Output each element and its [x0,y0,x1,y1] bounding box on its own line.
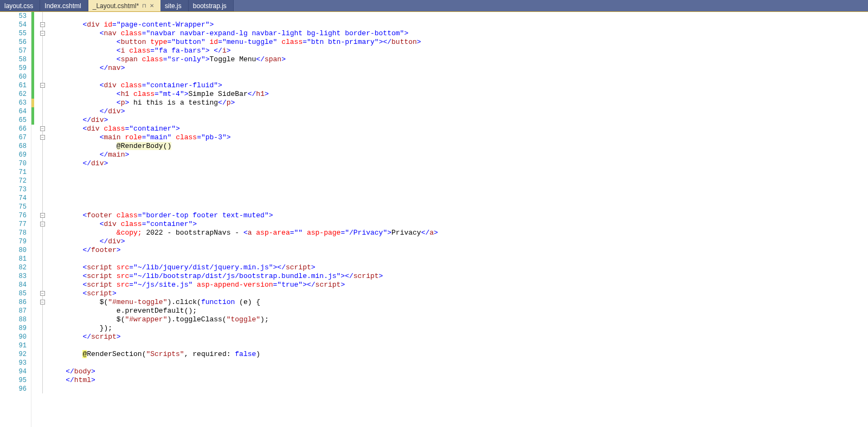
code-line[interactable] [49,194,868,203]
line-number: 54 [0,21,27,29]
line-number: 68 [0,142,27,151]
line-number: 86 [0,298,27,307]
code-line[interactable]: }); [49,324,868,333]
line-number: 60 [0,73,27,81]
code-line[interactable]: <div class="container-fluid"> [49,81,868,90]
line-number: 75 [0,203,27,211]
code-line[interactable]: &copy; 2022 - bootstrapNavs - <a asp-are… [49,229,868,237]
line-number: 80 [0,246,27,255]
fold-toggle-icon[interactable]: − [40,83,45,88]
code-line[interactable] [49,255,868,263]
line-number: 79 [0,237,27,246]
line-number: 90 [0,333,27,341]
line-number: 59 [0,64,27,73]
fold-toggle-icon[interactable]: − [40,126,45,131]
code-line[interactable] [49,73,868,81]
line-number: 82 [0,263,27,272]
code-line[interactable]: </div> [49,159,868,168]
line-number: 81 [0,255,27,263]
line-number: 96 [0,385,27,393]
code-line[interactable]: </nav> [49,64,868,73]
line-number: 66 [0,125,27,133]
code-line[interactable]: <span class="sr-only">Toggle Menu</span> [49,55,868,64]
fold-toggle-icon[interactable]: − [40,222,45,227]
code-line[interactable]: </html> [49,376,868,385]
code-line[interactable]: e.preventDefault(); [49,307,868,315]
line-number: 87 [0,307,27,315]
code-line[interactable]: <script src="~/js/site.js" asp-append-ve… [49,281,868,289]
code-line[interactable]: <button type="button" id="menu-tuggle" c… [49,38,868,47]
line-number: 84 [0,281,27,289]
fold-toggle-icon[interactable]: − [40,22,45,27]
code-content[interactable]: <div id="page-content-Wrapper"> <nav cla… [47,12,868,427]
line-number: 61 [0,81,27,90]
tab-index-cshtml[interactable]: Index.cshtml [40,0,88,11]
tab-site-js[interactable]: site.js [160,0,189,11]
line-number: 55 [0,29,27,38]
fold-toggle-icon[interactable]: − [40,291,45,296]
code-line[interactable]: <script src="~/lib/bootstrap/dist/js/boo… [49,272,868,281]
editor-area: 5354555657585960616263646566676869707172… [0,12,868,427]
line-number: 95 [0,376,27,385]
line-number: 76 [0,211,27,220]
tab-layout-css[interactable]: layout.css [0,0,40,11]
change-margin [31,12,39,427]
line-number: 74 [0,194,27,203]
line-number: 73 [0,185,27,194]
fold-toggle-icon[interactable]: − [40,135,45,140]
line-number: 64 [0,107,27,116]
code-line[interactable]: </div> [49,107,868,116]
line-number: 57 [0,47,27,55]
code-line[interactable]: <p> hi this is a testing</p> [49,99,868,107]
line-number: 62 [0,90,27,99]
line-number: 83 [0,272,27,281]
line-number: 92 [0,350,27,359]
pin-icon[interactable]: ⊓ [142,3,146,9]
code-line[interactable] [49,177,868,185]
code-line[interactable]: </main> [49,151,868,159]
line-number: 53 [0,12,27,21]
tab-layout-cshtml[interactable]: _Layout.cshtml* ⊓ ✕ [88,0,160,11]
line-number: 93 [0,359,27,367]
code-line[interactable]: <script src="~/lib/jquery/dist/jquery.mi… [49,263,868,272]
code-line[interactable]: @RenderSection("Scripts", required: fals… [49,350,868,359]
code-line[interactable]: </body> [49,367,868,376]
code-line[interactable]: <nav class="navbar navbar-expand-lg navb… [49,29,868,38]
code-line[interactable]: <div class="container"> [49,125,868,133]
code-line[interactable] [49,203,868,211]
code-line[interactable]: <main role="main" class="pb-3"> [49,133,868,142]
code-line[interactable]: $("#wrapper").toggleClass("toggle"); [49,315,868,324]
tab-bootstrap-js[interactable]: bootstrap.js [189,0,234,11]
code-line[interactable] [49,385,868,393]
code-line[interactable]: <div id="page-content-Wrapper"> [49,21,868,29]
code-line[interactable]: <div class="container"> [49,220,868,229]
code-line[interactable]: </div> [49,237,868,246]
line-number: 94 [0,367,27,376]
line-number: 56 [0,38,27,47]
code-line[interactable] [49,341,868,350]
line-number: 71 [0,168,27,177]
fold-toggle-icon[interactable]: − [40,300,45,305]
code-line[interactable]: <i class="fa fa-bars"> </i> [49,47,868,55]
code-line[interactable] [49,359,868,367]
code-line[interactable]: </div> [49,116,868,125]
code-line[interactable] [49,185,868,194]
code-line[interactable]: @RenderBody() [49,142,868,151]
line-number: 78 [0,229,27,237]
close-icon[interactable]: ✕ [150,3,154,9]
code-line[interactable]: <script> [49,289,868,298]
fold-toggle-icon[interactable]: − [40,31,45,36]
line-number: 85 [0,289,27,298]
fold-toggle-icon[interactable]: − [40,213,45,218]
line-number: 70 [0,159,27,168]
line-number: 67 [0,133,27,142]
code-line[interactable]: $("#menu-toggle").click(function (e) { [49,298,868,307]
line-number: 65 [0,116,27,125]
code-line[interactable]: <h1 class="mt-4">Simple SideBar</h1> [49,90,868,99]
code-line[interactable]: <footer class="border-top footer text-mu… [49,211,868,220]
code-line[interactable]: </script> [49,333,868,341]
code-line[interactable] [49,12,868,21]
code-line[interactable]: </footer> [49,246,868,255]
line-number: 58 [0,55,27,64]
code-line[interactable] [49,168,868,177]
